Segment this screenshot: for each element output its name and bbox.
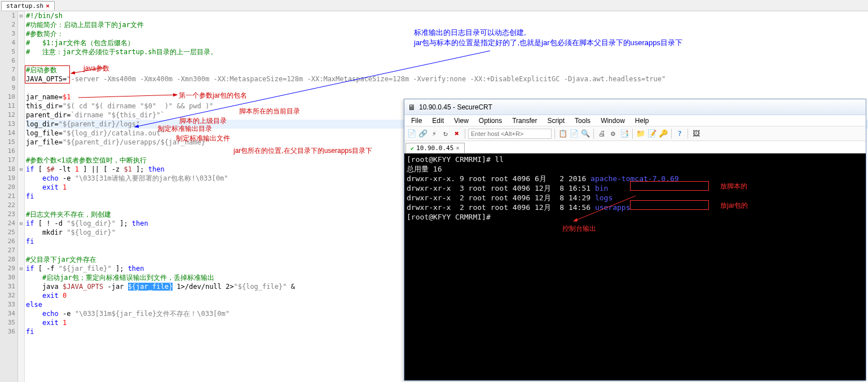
terminal-line: 总用量 16	[407, 164, 863, 174]
separator	[554, 129, 555, 139]
fold-marker	[18, 300, 24, 309]
fold-marker	[18, 74, 24, 84]
line-number: 33	[0, 300, 15, 309]
fold-marker	[18, 282, 24, 291]
line-number: 9	[0, 84, 15, 93]
line-number: 2	[0, 20, 15, 29]
securecrt-window[interactable]: 🖥 10.90.0.45 - SecureCRT FileEditViewOpt…	[404, 99, 866, 381]
log-icon[interactable]: 📝	[647, 129, 657, 139]
line-number: 11	[0, 102, 15, 111]
fold-marker	[18, 318, 24, 327]
line-number: 19	[0, 174, 15, 183]
app-icon: 🖥	[408, 103, 416, 112]
code-line[interactable]	[26, 56, 868, 65]
fold-marker	[18, 47, 24, 56]
fold-marker	[18, 201, 24, 210]
line-number: 12	[0, 111, 15, 120]
crt-titlebar[interactable]: 🖥 10.90.0.45 - SecureCRT	[404, 99, 866, 115]
crt-tabbar: ✔ 10.90.0.45 ×	[404, 141, 866, 153]
crt-menubar: FileEditViewOptionsTransferScriptToolsWi…	[404, 115, 866, 126]
menu-edit[interactable]: Edit	[428, 116, 448, 126]
fold-marker[interactable]: ⊟	[18, 11, 24, 20]
fold-marker	[18, 102, 24, 111]
line-number: 4	[0, 38, 15, 47]
menu-view[interactable]: View	[450, 116, 473, 126]
menu-help[interactable]: Help	[631, 116, 654, 126]
file-tab[interactable]: startup.sh ×	[1, 1, 55, 10]
fold-marker	[18, 84, 24, 93]
fold-marker	[18, 255, 24, 264]
line-number: 34	[0, 309, 15, 318]
fold-marker	[18, 237, 24, 246]
toggle-icon[interactable]: 🖼	[691, 129, 701, 139]
code-line[interactable]: # 注意：jar文件必须位于startup.sh目录的上一层目录。	[26, 47, 868, 56]
file-tab-label: startup.sh	[6, 2, 43, 10]
close-icon[interactable]: ×	[456, 144, 460, 152]
menu-transfer[interactable]: Transfer	[508, 116, 541, 126]
line-number: 10	[0, 93, 15, 102]
menu-file[interactable]: File	[407, 116, 426, 126]
fold-marker[interactable]: ⊟	[18, 264, 24, 273]
code-line[interactable]: #功能简介：启动上层目录下的jar文件	[26, 20, 868, 29]
term-box-userapps	[630, 200, 709, 210]
term-box-bin	[630, 181, 709, 191]
new-session-icon[interactable]: 📄	[407, 129, 417, 139]
close-icon[interactable]: ×	[46, 2, 50, 10]
key-icon[interactable]: 🔑	[658, 129, 668, 139]
menu-window[interactable]: Window	[596, 116, 629, 126]
options-icon[interactable]: ⚙	[608, 129, 618, 139]
fold-marker	[18, 273, 24, 282]
line-number: 18	[0, 165, 15, 174]
fold-marker[interactable]: ⊟	[18, 165, 24, 174]
help-icon[interactable]: ?	[675, 129, 685, 139]
line-number: 26	[0, 237, 15, 246]
line-number: 35	[0, 318, 15, 327]
menu-tools[interactable]: Tools	[570, 116, 595, 126]
code-line[interactable]: #!/bin/sh	[26, 11, 868, 20]
fold-marker	[18, 174, 24, 183]
code-line[interactable]: # $1:jar文件名（包含后缀名）	[26, 38, 868, 47]
quick-connect-icon[interactable]: ⚡	[429, 129, 439, 139]
code-line[interactable]: #启动参数	[26, 65, 868, 74]
fold-marker	[18, 38, 24, 47]
host-input[interactable]	[468, 129, 552, 139]
reconnect-icon[interactable]: ↻	[440, 129, 451, 139]
crt-session-tab[interactable]: ✔ 10.90.0.45 ×	[406, 143, 465, 153]
fold-marker[interactable]: ⊟	[18, 219, 24, 228]
line-number: 8	[0, 74, 15, 84]
line-number: 3	[0, 29, 15, 38]
fold-marker	[18, 183, 24, 192]
menu-options[interactable]: Options	[474, 116, 506, 126]
line-number: 23	[0, 210, 15, 219]
fold-marker	[18, 65, 24, 74]
code-line[interactable]: #参数简介：	[26, 29, 868, 38]
file-tab-bar: startup.sh ×	[0, 0, 868, 11]
separator	[465, 129, 465, 139]
fold-marker	[18, 192, 24, 201]
connect-icon[interactable]: 🔗	[418, 129, 428, 139]
crt-tab-label: 10.90.0.45	[416, 144, 453, 152]
code-line[interactable]: JAVA_OPTS="-server -Xms400m -Xmx400m -Xm…	[26, 74, 868, 84]
fold-marker	[18, 56, 24, 65]
terminal[interactable]: [root@KFYY CRMRMI]# ll总用量 16drwxr-xr-x. …	[404, 153, 866, 380]
session-options-icon[interactable]: 📑	[619, 129, 629, 139]
terminal-line: [root@KFYY CRMRMI]# ll	[407, 155, 863, 164]
transfer-icon[interactable]: 📁	[636, 129, 646, 139]
line-number: 14	[0, 129, 15, 138]
code-line[interactable]	[26, 84, 868, 93]
fold-marker	[18, 228, 24, 237]
fold-gutter: ⊟⊟⊟⊟	[18, 11, 25, 382]
line-number: 22	[0, 201, 15, 210]
separator	[688, 129, 688, 139]
disconnect-icon[interactable]: ✖	[452, 129, 462, 139]
menu-script[interactable]: Script	[543, 116, 569, 126]
copy-icon[interactable]: 📋	[558, 129, 568, 139]
fold-marker	[18, 93, 24, 102]
find-icon[interactable]: 🔍	[580, 129, 591, 139]
print-icon[interactable]: 🖨	[597, 129, 607, 139]
separator	[593, 129, 594, 139]
fold-marker	[18, 111, 24, 120]
paste-icon[interactable]: 📄	[569, 129, 579, 139]
fold-marker	[18, 210, 24, 219]
line-number: 25	[0, 228, 15, 237]
